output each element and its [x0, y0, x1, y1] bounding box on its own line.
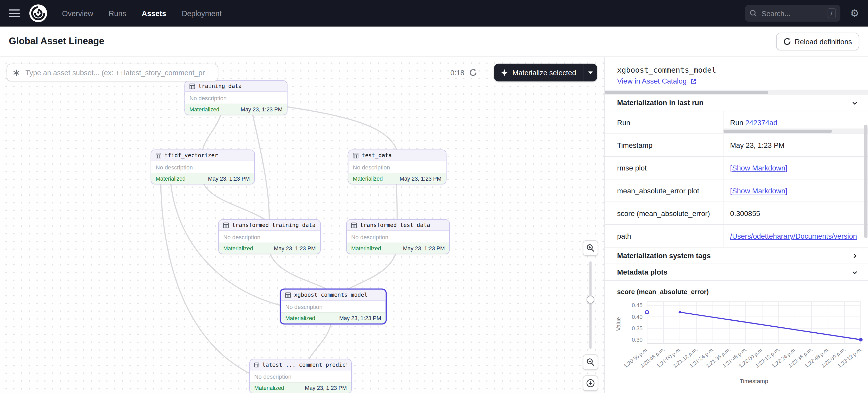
- asset-node-transformed-test-data[interactable]: transformed_test_data No description Mat…: [346, 220, 450, 254]
- asset-table-icon: [351, 222, 357, 228]
- section-metadata-plots[interactable]: Metadata plots: [605, 264, 868, 281]
- zoom-out-button[interactable]: [583, 355, 598, 370]
- asset-timestamp: May 23, 1:23 PM: [208, 175, 250, 182]
- main-nav: Overview Runs Assets Deployment: [62, 9, 222, 18]
- asset-table-icon: [285, 292, 291, 297]
- zoom-in-button[interactable]: [583, 240, 598, 256]
- metadata-row-score: score (mean_absolute_error) 0.300855: [605, 202, 868, 225]
- metadata-row-mae-plot: mean_absolute_error plot [Show Markdown]: [605, 179, 868, 202]
- asset-node-transformed-training-data[interactable]: transformed_training_data No description…: [218, 220, 321, 254]
- lineage-graph[interactable]: 0:18 Materialize selected: [0, 57, 604, 393]
- asset-node-description: No description: [185, 92, 287, 104]
- app: Overview Runs Assets Deployment / ⚙ Glob…: [0, 0, 868, 393]
- status-badge: Materialized: [223, 245, 253, 252]
- zoom-slider[interactable]: [587, 261, 594, 349]
- refresh-icon: [783, 38, 791, 45]
- materialize-dropdown-button[interactable]: [583, 64, 597, 81]
- timer-value: 0:18: [451, 68, 464, 77]
- nav-item-deployment[interactable]: Deployment: [182, 9, 222, 18]
- svg-text:0.35: 0.35: [632, 325, 643, 332]
- chevron-right-icon: [851, 252, 858, 259]
- section-materialization-system-tags[interactable]: Materialization system tags: [605, 248, 868, 264]
- svg-text:Timestamp: Timestamp: [740, 378, 768, 384]
- asset-node-description: No description: [151, 161, 254, 173]
- zoom-controls: [583, 240, 598, 391]
- gear-icon[interactable]: ⚙: [850, 8, 859, 18]
- nav-item-runs[interactable]: Runs: [109, 9, 126, 18]
- asset-table-icon: [223, 222, 228, 228]
- sparkle-icon: [501, 69, 508, 76]
- asset-table-icon: [353, 153, 358, 158]
- search-input[interactable]: [761, 9, 824, 18]
- metadata-row-path: path /Users/odetteharary/Documents/versi…: [605, 225, 868, 248]
- asset-node-description: No description: [348, 161, 446, 173]
- dagster-logo[interactable]: [29, 4, 48, 23]
- metadata-plot-svg: 1:20:36 p.m.1:20:48 p.m.1:21:00 p.m.1:21…: [612, 298, 864, 387]
- asset-node-description: No description: [347, 231, 450, 242]
- zoom-in-icon: [586, 243, 595, 253]
- metadata-row-rmse-plot: rmse plot [Show Markdown]: [605, 157, 868, 179]
- timer-refresh-icon[interactable]: [469, 69, 477, 76]
- path-link[interactable]: /Users/odetteharary/Documents/version: [730, 232, 857, 240]
- workspace: 0:18 Materialize selected: [0, 57, 868, 393]
- asset-timestamp: May 23, 1:23 PM: [274, 245, 316, 252]
- external-link-icon: [690, 78, 697, 85]
- asset-node-name: training_data: [198, 83, 242, 89]
- chevron-down-icon: [588, 71, 593, 74]
- asset-node-description: No description: [250, 370, 351, 382]
- svg-text:Value: Value: [616, 317, 622, 331]
- status-badge: Materialized: [285, 315, 315, 321]
- horizontal-scrollbar[interactable]: [723, 129, 868, 133]
- metadata-row-run: Run Run 242374ad: [605, 111, 868, 134]
- asset-subset-filter[interactable]: [7, 64, 218, 81]
- asset-node-latest-comment-predictions[interactable]: latest_..._comment_predictions No descri…: [249, 359, 352, 393]
- asset-subset-input[interactable]: [25, 68, 212, 77]
- zoom-out-icon: [586, 358, 595, 366]
- svg-text:0.30: 0.30: [632, 337, 643, 343]
- show-markdown-link[interactable]: [Show Markdown]: [730, 186, 787, 195]
- page-header: Global Asset Lineage Reload definitions: [0, 27, 868, 57]
- global-search[interactable]: /: [745, 5, 840, 22]
- asset-name-title: xgboost_comments_model: [605, 57, 868, 75]
- scrollbar-thumb[interactable]: [605, 91, 768, 94]
- nav-item-overview[interactable]: Overview: [62, 9, 93, 18]
- run-link[interactable]: 242374ad: [745, 118, 777, 127]
- vertical-scrollbar[interactable]: [864, 125, 867, 238]
- download-graph-button[interactable]: [583, 375, 598, 391]
- asset-node-tfidf-vectorizer[interactable]: tfidf_vectorizer No description Material…: [151, 150, 255, 184]
- status-badge: Materialized: [353, 175, 383, 182]
- menu-icon[interactable]: [9, 9, 20, 17]
- asset-node-test-data[interactable]: test_data No description Materialized Ma…: [348, 150, 446, 184]
- asset-node-xgboost-comments-model[interactable]: xgboost_comments_model No description Ma…: [280, 289, 386, 325]
- asset-timestamp: May 23, 1:23 PM: [400, 175, 441, 182]
- zoom-slider-track[interactable]: [589, 261, 592, 349]
- chevron-down-icon: [851, 269, 858, 275]
- asset-timestamp: May 23, 1:23 PM: [339, 315, 381, 321]
- show-markdown-link[interactable]: [Show Markdown]: [730, 164, 787, 172]
- section-materialization-in-last-run[interactable]: Materialization in last run: [605, 95, 868, 111]
- reload-definitions-button[interactable]: Reload definitions: [776, 33, 859, 51]
- svg-text:0.45: 0.45: [632, 302, 643, 308]
- horizontal-scrollbar[interactable]: [605, 90, 868, 95]
- asset-node-training-data[interactable]: training_data No description Materialize…: [185, 80, 288, 115]
- asset-node-description: No description: [219, 231, 320, 242]
- asset-node-name: xgboost_comments_model: [294, 292, 368, 298]
- page-title: Global Asset Lineage: [9, 36, 104, 47]
- metadata-row-timestamp: Timestamp May 23, 1:23 PM: [605, 134, 868, 157]
- asset-node-name: tfidf_vectorizer: [164, 152, 218, 158]
- asset-timestamp: May 23, 1:23 PM: [403, 245, 445, 252]
- asset-timestamp: May 23, 1:23 PM: [241, 106, 282, 112]
- status-badge: Materialized: [189, 106, 219, 112]
- nav-item-assets[interactable]: Assets: [142, 9, 166, 18]
- zoom-slider-handle[interactable]: [587, 296, 594, 303]
- view-in-asset-catalog-link[interactable]: View in Asset Catalog: [617, 77, 696, 85]
- svg-text:0.40: 0.40: [632, 314, 643, 320]
- chevron-down-icon: [851, 99, 858, 106]
- asset-graph-icon: [13, 69, 20, 76]
- scrollbar-thumb[interactable]: [723, 129, 832, 133]
- asset-timestamp: May 23, 1:23 PM: [305, 385, 347, 391]
- asset-table-icon: [254, 362, 259, 367]
- search-icon: [749, 9, 757, 17]
- asset-node-name: transformed_training_data: [232, 222, 315, 228]
- materialize-selected-button[interactable]: Materialize selected: [494, 64, 597, 81]
